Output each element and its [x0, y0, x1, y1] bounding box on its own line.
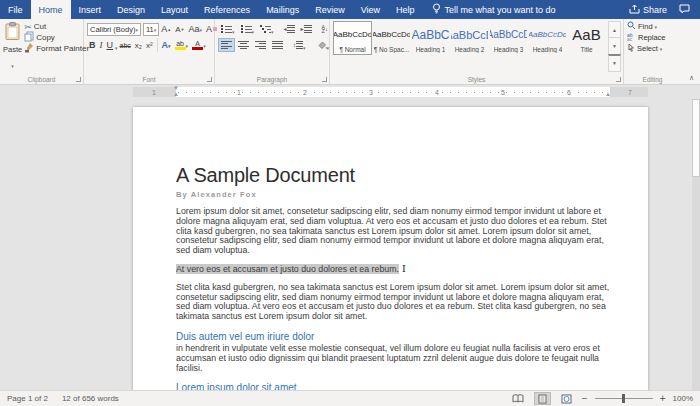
select-button[interactable]: Select — [627, 43, 679, 54]
style-item-heading1[interactable]: AaBbC Heading 1 — [411, 21, 450, 55]
chevron-down-icon — [232, 20, 235, 38]
document-heading[interactable]: Lorem ipsum dolor sit amet — [176, 382, 610, 390]
style-sample: AaBbCcDd — [373, 23, 410, 46]
style-sample: AaBbCcD — [490, 23, 527, 46]
strikethrough-button[interactable]: abc — [118, 38, 133, 52]
document-title[interactable]: A Sample Document — [176, 164, 610, 187]
increase-indent-button[interactable]: ▸ — [298, 22, 315, 36]
tell-me-box[interactable]: Tell me what you want to do — [423, 0, 629, 19]
decrease-indent-button[interactable]: ◂ — [281, 22, 298, 36]
font-color-button[interactable]: A — [190, 38, 208, 52]
multilevel-list-button[interactable] — [257, 22, 277, 36]
book-icon — [512, 394, 524, 403]
zoom-level[interactable]: 100% — [673, 394, 693, 403]
document-byline[interactable]: By Alexander Fox — [176, 190, 610, 199]
comments-button[interactable] — [679, 4, 690, 16]
tab-insert[interactable]: Insert — [71, 0, 110, 19]
select-cursor-icon — [627, 43, 635, 54]
zoom-slider[interactable] — [595, 398, 653, 399]
paragraph[interactable]: Stet clita kasd gubergren, no sea takima… — [176, 283, 610, 322]
read-mode-button[interactable] — [510, 392, 527, 405]
bullets-button[interactable] — [218, 22, 238, 36]
share-button[interactable]: Share — [629, 4, 667, 16]
web-layout-button[interactable] — [558, 392, 575, 405]
styles-group-label: Styles — [330, 76, 623, 83]
paste-button[interactable]: Paste — [3, 21, 22, 72]
numbering-button[interactable] — [238, 22, 258, 36]
grow-font-button[interactable]: A▲ — [159, 22, 173, 36]
lines-icon — [287, 25, 295, 34]
tab-design[interactable]: Design — [109, 0, 153, 19]
selected-text[interactable]: At vero eos et accusam et justo duo dolo… — [176, 264, 399, 274]
zoom-in-button[interactable]: + — [660, 394, 666, 404]
vertical-scrollbar[interactable] — [691, 99, 700, 390]
style-item-heading2[interactable]: AaBbCcD Heading 2 — [450, 21, 489, 55]
document-page[interactable]: A Sample Document By Alexander Fox Lorem… — [133, 107, 648, 390]
page-content[interactable]: A Sample Document By Alexander Fox Lorem… — [133, 107, 648, 390]
change-case-button[interactable]: Aa — [187, 22, 205, 36]
chevron-down-icon — [203, 40, 206, 50]
ruler-number: 1 — [236, 89, 242, 96]
font-name-select[interactable]: Calibri (Body) — [87, 23, 141, 36]
align-center-button[interactable] — [235, 38, 252, 52]
justify-button[interactable] — [269, 38, 286, 52]
zoom-slider-thumb[interactable] — [622, 394, 625, 403]
underline-button[interactable]: U — [105, 38, 116, 52]
font-size-select[interactable]: 11 — [143, 23, 159, 36]
style-item-heading3[interactable]: AaBbCcD Heading 3 — [489, 21, 528, 55]
text-effects-button[interactable]: A — [160, 38, 173, 52]
clipboard-dialog-launcher[interactable] — [76, 77, 81, 82]
hanging-indent-marker[interactable]: ▲ — [173, 91, 179, 97]
tab-review[interactable]: Review — [307, 0, 353, 19]
line-spacing-button[interactable]: ↕ — [290, 38, 309, 52]
style-sample: AaBbCcD — [451, 23, 488, 46]
print-layout-button[interactable] — [534, 392, 551, 405]
page-number-status[interactable]: Page 1 of 2 — [7, 394, 48, 403]
style-item-no-spacing[interactable]: AaBbCcDd ¶ No Spac... — [372, 21, 411, 55]
document-heading[interactable]: Duis autem vel eum iriure dolor — [176, 331, 610, 342]
paragraph[interactable]: At vero eos et accusam et justo duo dolo… — [176, 264, 610, 275]
find-button[interactable]: Find — [627, 21, 679, 32]
style-item-normal[interactable]: AaBbCcDd ¶ Normal — [333, 21, 372, 55]
style-name: Heading 3 — [494, 46, 524, 53]
zoom-out-button[interactable]: − — [582, 394, 588, 404]
shrink-font-button[interactable]: A▼ — [173, 22, 186, 36]
horizontal-ruler[interactable]: 1 1 2 3 4 5 6 ▼ ▲ ▲ 7 — [0, 85, 700, 99]
styles-scroll-down-button[interactable]: ▼ — [608, 37, 621, 53]
highlight-button[interactable]: ab — [173, 38, 191, 52]
chevron-down-icon — [660, 44, 663, 53]
style-item-title[interactable]: AaB Title — [567, 21, 606, 55]
tab-help[interactable]: Help — [388, 0, 423, 19]
superscript-button[interactable]: x² — [144, 38, 155, 52]
scrollbar-thumb[interactable] — [692, 99, 700, 177]
style-item-heading4[interactable]: AaBbCcDd Heading 4 — [528, 21, 567, 55]
subscript-button[interactable]: x₂ — [133, 38, 144, 52]
align-left-button[interactable] — [218, 38, 235, 52]
paragraph-dialog-launcher[interactable] — [322, 77, 327, 82]
styles-more-button[interactable]: ▼ — [608, 54, 621, 72]
paragraph[interactable]: in hendrerit in vulputate velit esse mol… — [176, 344, 610, 373]
tab-file[interactable]: File — [0, 0, 31, 19]
bold-button[interactable]: B — [87, 38, 98, 52]
format-painter-button[interactable]: Format Painter — [22, 43, 91, 54]
paragraph[interactable]: Lorem ipsum dolor sit amet, consetetur s… — [176, 207, 610, 256]
cut-label: Cut — [34, 22, 46, 31]
chevron-down-icon — [271, 20, 274, 38]
tab-mailings[interactable]: Mailings — [258, 0, 307, 19]
word-count-status[interactable]: 12 of 656 words — [62, 394, 119, 403]
italic-button[interactable]: I — [98, 38, 105, 52]
styles-scroll-up-button[interactable]: ▲ — [608, 21, 621, 37]
align-right-button[interactable] — [252, 38, 269, 52]
font-group: Calibri (Body) 11 A▲ A▼ Aa A B I U abc x… — [84, 19, 215, 84]
replace-button[interactable]: abac Replace — [627, 32, 679, 43]
font-dialog-launcher[interactable] — [207, 77, 212, 82]
tab-view[interactable]: View — [353, 0, 388, 19]
styles-dialog-launcher[interactable] — [616, 77, 621, 82]
tab-layout[interactable]: Layout — [153, 0, 196, 19]
right-indent-marker[interactable]: ▲ — [605, 91, 611, 97]
tab-home[interactable]: Home — [31, 0, 71, 19]
tab-references[interactable]: References — [196, 0, 258, 19]
collapse-ribbon-button[interactable]: ∧ — [689, 74, 694, 81]
styles-gallery-scroll: ▲ ▼ ▼ — [608, 21, 621, 72]
clear-format-glyph: A — [206, 24, 212, 34]
